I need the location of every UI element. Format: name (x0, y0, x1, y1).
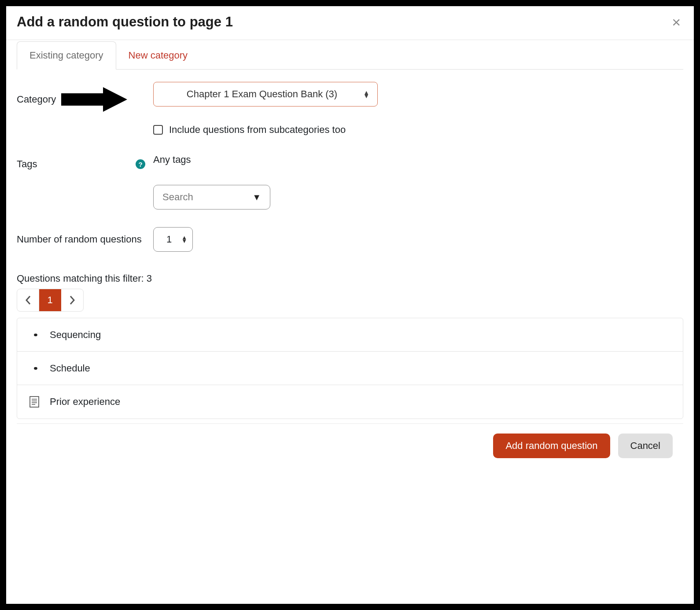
number-select-value: 1 (166, 234, 172, 245)
tabs: Existing category New category (17, 41, 683, 70)
label-tags-text: Tags (17, 158, 37, 170)
pager-next[interactable] (61, 289, 83, 311)
question-name: Schedule (50, 363, 90, 374)
tab-new-category[interactable]: New category (116, 42, 200, 69)
chevron-left-icon (25, 295, 31, 305)
chevron-right-icon (69, 295, 75, 305)
question-item[interactable]: •• Schedule (17, 352, 683, 385)
svg-marker-0 (61, 87, 127, 112)
tags-search-placeholder: Search (162, 191, 193, 203)
question-item[interactable]: Prior experience (17, 385, 683, 419)
question-list: •• Sequencing •• Schedule (17, 318, 683, 419)
row-category: Category Chapter 1 Exam Question Bank (3… (17, 82, 683, 136)
question-type-ordering-icon: •• (29, 363, 40, 374)
cancel-button[interactable]: Cancel (618, 434, 673, 458)
dropdown-triangle-icon: ▼ (252, 192, 261, 202)
pointer-arrow-icon (61, 86, 127, 113)
form-area: Category Chapter 1 Exam Question Bank (3… (17, 70, 683, 419)
question-type-ordering-icon: •• (29, 329, 40, 341)
dialog-footer: Add random question Cancel (17, 423, 683, 468)
help-icon[interactable]: ? (136, 159, 145, 169)
category-select-value: Chapter 1 Exam Question Bank (3) (187, 88, 337, 100)
caret-icon: ▲▼ (363, 91, 369, 98)
close-icon[interactable]: × (669, 15, 683, 29)
include-subcategories-label: Include questions from subcategories too (169, 124, 346, 136)
question-name: Prior experience (50, 396, 120, 408)
include-subcategories-checkbox[interactable] (153, 125, 163, 135)
include-subcategories-row: Include questions from subcategories too (153, 124, 683, 136)
tags-search-select[interactable]: Search ▼ (153, 185, 270, 209)
label-number-text: Number of random questions (17, 234, 142, 245)
label-category: Category (17, 82, 153, 113)
filter-count-value: 3 (147, 273, 152, 284)
number-select[interactable]: 1 ▲▼ (153, 227, 193, 252)
pager-prev[interactable] (17, 289, 39, 311)
pager: 1 (17, 289, 84, 312)
pager-page-1[interactable]: 1 (39, 289, 61, 311)
dialog-title: Add a random question to page 1 (17, 14, 233, 30)
caret-icon: ▲▼ (181, 236, 187, 243)
filter-count-label: Questions matching this filter: 3 (17, 273, 683, 284)
svg-rect-1 (30, 397, 39, 407)
question-type-essay-icon (29, 396, 40, 408)
filter-count-prefix: Questions matching this filter: (17, 273, 147, 284)
question-name: Sequencing (50, 329, 101, 341)
label-number: Number of random questions (17, 234, 153, 245)
question-item[interactable]: •• Sequencing (17, 318, 683, 352)
row-number: Number of random questions 1 ▲▼ (17, 227, 683, 252)
dialog-header: Add a random question to page 1 × (6, 6, 694, 40)
tab-existing-category[interactable]: Existing category (17, 41, 116, 70)
category-select[interactable]: Chapter 1 Exam Question Bank (3) ▲▼ (153, 82, 378, 107)
add-random-question-dialog: Add a random question to page 1 × Existi… (6, 6, 694, 604)
label-category-text: Category (17, 94, 56, 105)
row-tags: Tags ? Any tags Search ▼ (17, 154, 683, 209)
label-tags: Tags ? (17, 154, 153, 170)
any-tags-label: Any tags (153, 154, 683, 165)
dialog-body: Existing category New category Category … (6, 40, 694, 604)
add-random-question-button[interactable]: Add random question (493, 434, 610, 458)
